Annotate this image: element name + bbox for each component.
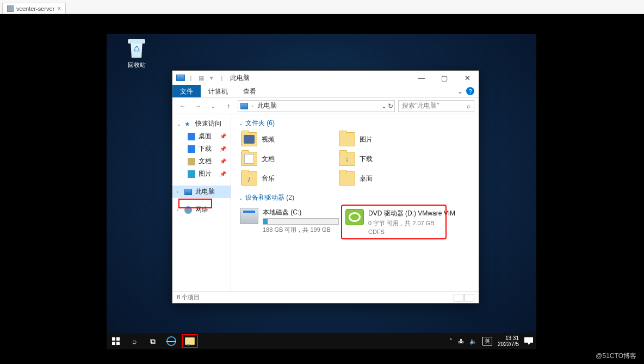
sidebar-item-downloads[interactable]: 下载 📌 [172,143,231,155]
group-header-folders[interactable]: ⌄ 文件夹 (6) [239,116,473,131]
recycle-bin[interactable]: ♺ 回收站 [122,39,151,69]
sidebar-item-documents[interactable]: 文档 📌 [172,155,231,168]
group-header-drives[interactable]: ⌄ 设备和驱动器 (2) [239,191,473,206]
address-bar[interactable]: › 此电脑 ⌄ ↻ [238,100,395,112]
search-placeholder: 搜索"此电脑" [402,101,439,110]
drive-meta: 188 GB 可用，共 199 GB [263,226,339,234]
sidebar-item-thispc[interactable]: › 此电脑 [172,186,231,198]
folder-music[interactable]: 音乐 [239,170,331,187]
address-chevron-icon[interactable]: › [250,103,255,109]
svg-rect-1 [116,337,120,341]
system-icon [176,73,185,83]
qat-properties-icon[interactable]: ▦ [196,73,206,83]
close-button[interactable]: ✕ [456,71,479,85]
tab-close-icon[interactable]: × [57,5,61,13]
drive-d-dvd[interactable]: DVD 驱动器 (D:) VMware VIM 0 字节 可用，共 2.07 G… [342,206,445,238]
nav-forward-button[interactable]: → [192,100,204,112]
folder-documents[interactable]: 文档 [239,151,331,167]
svg-rect-2 [112,342,115,345]
file-explorer-window: | ▦ ▾ | 此电脑 — ▢ ✕ 文件 计算机 查看 ⌄ ? [172,70,479,304]
desktop-icon [188,133,195,140]
browser-tab-vcenter[interactable]: vcenter-server × [2,3,66,14]
svg-rect-3 [116,342,120,345]
group-label: 设备和驱动器 (2) [245,193,294,202]
drive-name: 本地磁盘 (C:) [263,208,339,217]
folder-desktop[interactable]: 桌面 [337,170,429,187]
search-box[interactable]: 搜索"此电脑" ⌕ [398,100,474,112]
pin-icon: 📌 [220,146,226,152]
capacity-bar [263,218,339,225]
ie-icon [166,336,176,346]
recycle-bin-label: 回收站 [122,61,151,69]
view-tiles-button[interactable] [465,294,474,301]
folder-icon [241,152,257,166]
vm-tab-icon [7,5,14,12]
chevron-down-icon: ⌄ [239,195,243,201]
ribbon-tab-file[interactable]: 文件 [172,85,201,97]
status-bar: 8 个项目 [172,291,479,303]
drive-filesystem: CDFS [368,229,455,235]
address-dropdown-icon[interactable]: ⌄ [381,102,387,110]
drive-c[interactable]: 本地磁盘 (C:) 188 GB 可用，共 199 GB [239,206,337,238]
taskbar-search-button[interactable]: ⌕ [125,333,144,349]
help-icon[interactable]: ? [466,87,474,95]
window-title: 此电脑 [230,73,410,83]
folder-icon [241,171,257,186]
tray-overflow-icon[interactable]: ˄ [449,338,453,345]
folder-icon [339,171,355,186]
ribbon: 文件 计算机 查看 ⌄ ? [172,85,479,98]
tray-network-icon[interactable]: 🖧 [458,338,464,344]
search-icon[interactable]: ⌕ [467,102,470,110]
nav-back-button[interactable]: ← [177,100,189,112]
ime-indicator[interactable]: 英 [482,337,492,346]
folder-downloads[interactable]: 下载 [337,151,429,167]
explorer-titlebar[interactable]: | ▦ ▾ | 此电脑 — ▢ ✕ [172,71,479,85]
tray-volume-icon[interactable]: 🔈 [469,338,477,345]
ribbon-tab-computer[interactable]: 计算机 [201,85,236,97]
folder-videos[interactable]: 视频 [239,131,331,147]
minimize-button[interactable]: — [410,71,433,85]
address-refresh-icon[interactable]: ↻ [388,102,393,110]
thispc-icon [184,189,192,195]
action-center-icon[interactable] [524,337,533,345]
item-label: 音乐 [262,174,275,183]
sidebar-item-quickaccess[interactable]: ⌄ ★ 快速访问 [172,118,231,130]
content-pane[interactable]: ⌄ 文件夹 (6) 视频 图片 文档 下载 音乐 桌面 [231,114,479,291]
hdd-icon [240,208,258,224]
address-segment-thispc[interactable]: 此电脑 [257,101,277,110]
qat-dropdown-icon[interactable]: ▾ [207,73,216,83]
drive-name: DVD 驱动器 (D:) VMware VIM [368,209,455,218]
sidebar-label: 文档 [199,157,212,166]
windows-desktop[interactable]: ♺ 回收站 | ▦ ▾ | 此电脑 — ▢ ✕ [107,34,536,349]
qat-sep: | [186,73,196,83]
start-button[interactable] [107,333,125,349]
sidebar-item-desktop[interactable]: 桌面 📌 [172,130,231,143]
task-view-button[interactable]: ⧉ [144,333,162,349]
taskbar-ie-button[interactable] [162,333,181,349]
ribbon-expand-icon[interactable]: ⌄ [457,88,463,95]
address-bar-icon [240,103,248,109]
item-label: 图片 [360,135,373,144]
nav-history-button[interactable]: ⌄ [207,100,219,112]
clock-date: 2022/7/5 [498,341,519,347]
taskbar-explorer-button[interactable] [181,333,199,349]
caret-icon[interactable]: › [177,189,181,195]
maximize-button[interactable]: ▢ [433,71,456,85]
star-icon: ★ [184,120,192,128]
chevron-down-icon: ⌄ [239,121,243,126]
sidebar-item-pictures[interactable]: 图片 📌 [172,168,231,180]
clock[interactable]: 13:31 2022/7/5 [498,335,519,347]
pin-icon: 📌 [220,158,226,164]
nav-up-button[interactable]: ↑ [222,100,234,112]
folder-pictures[interactable]: 图片 [337,131,429,147]
windows-logo-icon [112,337,120,345]
pin-icon: 📌 [220,133,226,139]
dvd-icon [345,209,364,225]
group-label: 文件夹 (6) [245,119,275,128]
browser-tab-label: vcenter-server [16,5,54,12]
ribbon-tab-view[interactable]: 查看 [236,85,264,97]
item-label: 视频 [262,135,275,144]
drive-meta: 0 字节 可用，共 2.07 GB [368,219,455,227]
caret-icon[interactable]: ⌄ [177,121,181,127]
view-details-button[interactable] [454,294,463,301]
